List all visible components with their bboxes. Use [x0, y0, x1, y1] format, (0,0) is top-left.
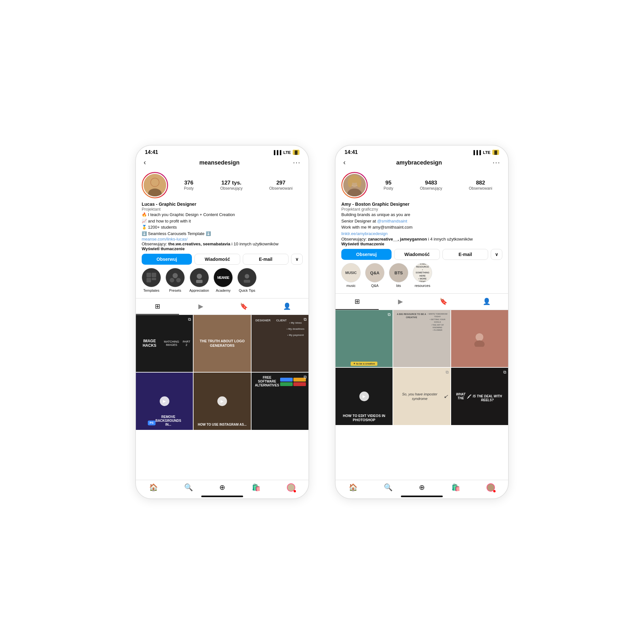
more-button-right[interactable]: ···: [493, 158, 500, 167]
username-left: meansedesign: [199, 159, 240, 166]
highlights-left: Templates Presets Appreciation MEANSE: [142, 268, 303, 294]
grid-cell-2-right[interactable]: A BIG RESOURCE TO BE A CREATIVE ▪ WRITE …: [393, 310, 450, 367]
stat-followers-left[interactable]: 127 tys. Obserwujący: [220, 180, 242, 191]
battery-icon-right: ▓: [492, 150, 499, 155]
bottom-profile-left[interactable]: [287, 483, 295, 492]
bio-translate-right[interactable]: Wyświetl tłumaczenie: [341, 241, 502, 246]
play-btn-4[interactable]: ▶: [160, 396, 169, 406]
grid-cell-5-right[interactable]: So, you have imposter syndrome ↙ ⧉: [393, 368, 450, 425]
grid-cell-3-left[interactable]: DESIGNER CLIENT • My ideas• My deadlines…: [251, 315, 308, 372]
highlight-music[interactable]: MUSIC music: [341, 263, 361, 288]
highlight-presets[interactable]: Presets: [166, 268, 185, 292]
tab-tagged-right[interactable]: 🔖: [422, 294, 465, 310]
svg-point-21: [357, 177, 361, 188]
highlight-qa[interactable]: Q&A Q&A: [365, 263, 384, 288]
stat-followers-right[interactable]: 9483 Obserwujący: [420, 180, 442, 191]
grid-section-left: IMAGE HACKSMATCHING IMAGESPART 2 ⧉ THE T…: [136, 315, 308, 480]
grid-cell-4-right[interactable]: HOW TO EDIT VIDEOS IN PHOTOSHOP ▶: [336, 368, 393, 425]
bio-text-right: Building brands as unique as you are Sen…: [341, 212, 502, 237]
bottom-profile-right[interactable]: [487, 483, 495, 492]
contact-icon-left: 👤: [283, 302, 291, 310]
bottom-search-right[interactable]: 🔍: [384, 483, 393, 492]
stat-posts-right: 95 Posty: [384, 180, 393, 191]
more-options-button-left[interactable]: ∨: [291, 254, 303, 265]
message-button-right[interactable]: Wiadomość: [394, 249, 440, 260]
bio-section-left: Lucas - Graphic Designer Projektant 🔥 I …: [142, 202, 303, 251]
highlight-academy[interactable]: MEANSE Academy: [213, 268, 233, 292]
bottom-shop-right[interactable]: 🛍️: [451, 483, 460, 492]
bottom-home-right[interactable]: 🏠: [349, 483, 357, 492]
reels-icon-left: ▶: [198, 302, 203, 310]
tab-reels-right[interactable]: ▶: [379, 294, 422, 310]
tab-contact-right[interactable]: 👤: [465, 294, 508, 310]
grid-cell-2-left[interactable]: THE TRUTH ABOUT LOGO GENERATORS: [194, 315, 251, 372]
bottom-home-left[interactable]: 🏠: [149, 483, 158, 492]
highlight-circle-bts: BTS: [389, 263, 408, 282]
email-button-right[interactable]: E-mail: [442, 249, 488, 260]
bio-following-left: Obserwujący: the.we.creatives, seemabata…: [142, 241, 303, 246]
back-button-left[interactable]: ‹: [144, 158, 146, 167]
more-button-left[interactable]: ···: [293, 158, 301, 167]
svg-point-10: [176, 278, 181, 282]
stat-following-left[interactable]: 297 Obserwowani: [269, 180, 293, 191]
grid-cell-1-left[interactable]: IMAGE HACKSMATCHING IMAGESPART 2 ⧉: [136, 315, 193, 372]
status-bar-right: 14:41 ▐▐▐ LTE ▓: [336, 146, 508, 156]
tab-grid-right[interactable]: ⊞: [336, 294, 379, 310]
follow-button-left[interactable]: Obserwuj: [142, 254, 192, 265]
message-button-left[interactable]: Wiadomość: [194, 254, 240, 265]
svg-point-20: [348, 177, 352, 188]
profile-section-left: 376 Posty 127 tys. Obserwujący 297 Obser…: [136, 169, 308, 298]
svg-point-22: [476, 333, 483, 341]
follow-button-right[interactable]: Obserwuj: [341, 249, 392, 260]
grid-icon-left: ⊞: [155, 302, 160, 310]
svg-point-9: [170, 278, 174, 282]
multi-icon-r5: ⧉: [446, 370, 449, 375]
bottom-add-left[interactable]: ⊕: [219, 483, 225, 492]
network-type-right: LTE: [483, 150, 491, 155]
highlight-bts[interactable]: BTS bts: [389, 263, 408, 288]
play-btn-r4[interactable]: ▶: [359, 392, 369, 401]
bio-text-left: 🔥 I teach you Graphic Design + Content C…: [142, 212, 303, 237]
bottom-add-right[interactable]: ⊕: [419, 483, 425, 492]
grid-cell-6-right[interactable]: WHAT THE 𝒻IS THE DEAL WITH REELS? ⧉: [451, 368, 508, 425]
grid-cell-1-right[interactable]: ✦ to be a creative ⧉: [336, 310, 393, 367]
highlight-appreciation[interactable]: Appreciation: [189, 268, 209, 292]
tab-reels-left[interactable]: ▶: [179, 298, 222, 315]
email-button-left[interactable]: E-mail: [243, 254, 289, 265]
signal-icon-right: ▐▐▐: [472, 150, 481, 155]
profile-top-right: 95 Posty 9483 Obserwujący 882 Obserwowan…: [341, 172, 502, 198]
bio-link-left[interactable]: meanse.com/links-lucas/: [142, 237, 303, 241]
play-btn-5[interactable]: ▶: [217, 396, 227, 406]
reels-icon-right: ▶: [398, 298, 403, 305]
tab-contact-left[interactable]: 👤: [265, 298, 308, 315]
back-button-right[interactable]: ‹: [343, 158, 346, 167]
grid-cell-4-left[interactable]: Ps REMOVEBACKGROUNDSIN... ▶: [136, 373, 193, 430]
bottom-search-left[interactable]: 🔍: [184, 483, 193, 492]
svg-point-11: [197, 274, 202, 279]
bottom-shop-left[interactable]: 🛍️: [252, 483, 260, 492]
multi-icon-r6: ⧉: [503, 370, 506, 375]
highlight-quicktips[interactable]: Quick Tips: [237, 268, 257, 292]
network-type-left: LTE: [283, 150, 291, 155]
more-options-button-right[interactable]: ∨: [491, 249, 502, 260]
stat-posts-left: 376 Posty: [184, 180, 194, 191]
profile-top-left: 376 Posty 127 tys. Obserwujący 297 Obser…: [142, 172, 303, 198]
post-grid-left: IMAGE HACKSMATCHING IMAGESPART 2 ⧉ THE T…: [136, 315, 308, 430]
stats-row-right: 95 Posty 9483 Obserwujący 882 Obserwowan…: [374, 180, 502, 191]
bio-translate-left[interactable]: Wyświetl tłumaczenie: [142, 246, 303, 251]
highlight-templates[interactable]: Templates: [142, 268, 161, 292]
grid-cell-6-left[interactable]: FREE SOFTWARE ALTERNATIVES ⧉: [251, 373, 308, 430]
grid-cell-3-right[interactable]: [451, 310, 508, 367]
nav-bar-right: ‹ amybracedesign ···: [336, 156, 508, 169]
notification-dot-left: [294, 490, 296, 492]
multi-icon-1: ⧉: [188, 317, 191, 322]
status-time-left: 14:41: [145, 149, 158, 155]
stat-following-right[interactable]: 882 Obserwowani: [469, 180, 492, 191]
highlight-circle-presets: [166, 268, 185, 287]
highlight-resources[interactable]: ▪ A BIG RESOURCE▪ SOMETHING HERE▪ MORE I…: [413, 263, 432, 288]
tab-tagged-left[interactable]: 🔖: [222, 298, 265, 315]
grid-cell-5-left[interactable]: HOW TO USE INSTAGRAM AS... ▶: [194, 373, 251, 430]
tab-grid-left[interactable]: ⊞: [136, 298, 179, 315]
highlight-circle-templates: [142, 268, 161, 287]
svg-point-13: [245, 274, 249, 279]
